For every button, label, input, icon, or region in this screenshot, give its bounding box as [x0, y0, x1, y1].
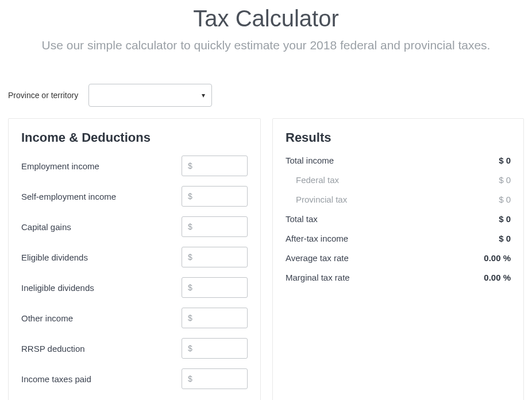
- results-panel-title: Results: [286, 130, 511, 145]
- eligible-dividends-row: Eligible dividends: [21, 247, 248, 267]
- income-deductions-panel: Income & Deductions Employment income Se…: [8, 118, 261, 400]
- federal-tax-row: Federal tax $ 0: [286, 175, 511, 185]
- capital-gains-input[interactable]: [182, 216, 248, 237]
- income-panel-title: Income & Deductions: [21, 130, 248, 145]
- average-tax-rate-label: Average tax rate: [286, 253, 349, 263]
- page-subtitle: Use our simple calculator to quickly est…: [0, 38, 532, 52]
- total-tax-label: Total tax: [286, 214, 318, 224]
- page-title: Tax Calculator: [0, 6, 532, 32]
- after-tax-income-label: After-tax income: [286, 234, 348, 243]
- eligible-dividends-input[interactable]: [182, 247, 248, 267]
- rrsp-deduction-label: RRSP deduction: [21, 344, 85, 354]
- employment-income-input[interactable]: [182, 156, 248, 176]
- self-employment-income-row: Self-employment income: [21, 186, 248, 207]
- self-employment-income-input[interactable]: [182, 186, 248, 207]
- other-income-label: Other income: [21, 313, 73, 323]
- average-tax-rate-value: 0.00 %: [484, 253, 511, 263]
- federal-tax-value: $ 0: [499, 175, 511, 185]
- province-select[interactable]: [88, 84, 212, 107]
- marginal-tax-rate-value: 0.00 %: [484, 273, 511, 282]
- rrsp-deduction-row: RRSP deduction: [21, 338, 248, 359]
- total-tax-row: Total tax $ 0: [286, 214, 511, 224]
- total-income-label: Total income: [286, 156, 334, 165]
- other-income-input[interactable]: [182, 308, 248, 328]
- province-select-wrap: [88, 84, 212, 107]
- income-taxes-paid-row: Income taxes paid: [21, 368, 248, 389]
- self-employment-income-label: Self-employment income: [21, 192, 116, 201]
- after-tax-income-row: After-tax income $ 0: [286, 234, 511, 243]
- province-row: Province or territory: [0, 84, 532, 107]
- results-panel: Results Total income $ 0 Federal tax $ 0…: [272, 118, 524, 400]
- after-tax-income-value: $ 0: [499, 234, 511, 243]
- capital-gains-row: Capital gains: [21, 216, 248, 237]
- total-income-value: $ 0: [499, 156, 511, 165]
- marginal-tax-rate-label: Marginal tax rate: [286, 273, 350, 282]
- capital-gains-label: Capital gains: [21, 222, 71, 232]
- ineligible-dividends-row: Ineligible dividends: [21, 277, 248, 298]
- employment-income-row: Employment income: [21, 156, 248, 176]
- other-income-row: Other income: [21, 308, 248, 328]
- total-tax-value: $ 0: [499, 214, 511, 224]
- income-taxes-paid-input[interactable]: [182, 368, 248, 389]
- employment-income-label: Employment income: [21, 161, 99, 171]
- marginal-tax-rate-row: Marginal tax rate 0.00 %: [286, 273, 511, 282]
- income-taxes-paid-label: Income taxes paid: [21, 374, 91, 384]
- total-income-row: Total income $ 0: [286, 156, 511, 165]
- province-label: Province or territory: [8, 91, 78, 100]
- eligible-dividends-label: Eligible dividends: [21, 253, 88, 262]
- provincial-tax-label: Provincial tax: [286, 195, 347, 204]
- rrsp-deduction-input[interactable]: [182, 338, 248, 359]
- ineligible-dividends-label: Ineligible dividends: [21, 283, 94, 293]
- average-tax-rate-row: Average tax rate 0.00 %: [286, 253, 511, 263]
- federal-tax-label: Federal tax: [286, 175, 339, 185]
- provincial-tax-value: $ 0: [499, 195, 511, 204]
- ineligible-dividends-input[interactable]: [182, 277, 248, 298]
- provincial-tax-row: Provincial tax $ 0: [286, 195, 511, 204]
